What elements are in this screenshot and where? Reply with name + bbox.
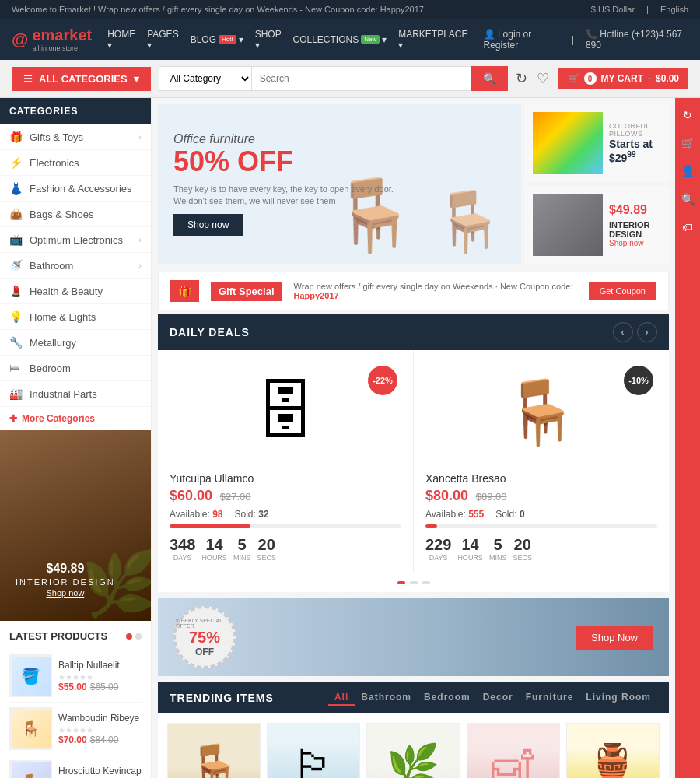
bathroom-icon: 🚿 xyxy=(9,259,23,272)
interior-title: INTERIOR DESIGN xyxy=(609,220,661,239)
electronics-icon: ⚡ xyxy=(9,156,23,169)
tab-all[interactable]: All xyxy=(328,690,355,706)
nav-home[interactable]: HOME ▾ xyxy=(107,29,135,51)
tab-bathroom[interactable]: Bathroom xyxy=(355,690,418,706)
language-selector[interactable]: English xyxy=(660,5,688,14)
nav-blog[interactable]: BLOG Hot! ▾ xyxy=(191,34,243,45)
latest-products-section: LATEST PRODUCTS 🪣 Balltip Nullaelit ★★★★… xyxy=(0,621,151,778)
chevron-icon: › xyxy=(138,261,142,270)
gifts-icon: 🎁 xyxy=(9,131,23,143)
dot[interactable] xyxy=(135,633,142,640)
interior-shop-link[interactable]: Shop now xyxy=(609,239,661,247)
dot-1[interactable] xyxy=(397,581,405,584)
hero-description: They key is to have every key, the key t… xyxy=(173,184,394,208)
tab-bedroom[interactable]: Bedroom xyxy=(418,690,477,706)
category-select[interactable]: All Category xyxy=(159,66,252,91)
nav-collections[interactable]: COLLECTIONS New ▾ xyxy=(292,34,387,45)
sidebar-metallurgy-label: Metallurgy xyxy=(30,337,76,349)
banner-shop-link[interactable]: Shop now xyxy=(16,588,115,598)
optimum-icon: 📺 xyxy=(9,233,23,246)
list-item[interactable]: 🪑 Hrosciutto Kevincap ★★★★★ $100.00 xyxy=(9,755,142,778)
sidebar-item-industrial[interactable]: 🏭Industrial Parts xyxy=(0,381,151,407)
countdown-1: 348DAYS 14HOURS 5MINS 20SECS xyxy=(170,536,401,562)
nav-shop[interactable]: SHOP ▾ xyxy=(255,29,282,51)
all-categories-button[interactable]: ☰ ALL CATEGORIES ▾ xyxy=(12,67,151,91)
right-user-icon[interactable]: 👤 xyxy=(677,160,699,182)
industrial-icon: 🏭 xyxy=(9,387,23,400)
hero-side-cards: COLORFUL PILLOWS Starts at $2999 $49.89 … xyxy=(525,104,669,264)
wishlist-icon[interactable]: ♡ xyxy=(537,70,549,87)
search-input[interactable] xyxy=(252,66,471,91)
sidebar-item-fashion[interactable]: 👗Fashion & Accessories xyxy=(0,176,151,202)
sidebar-bags-label: Bags & Shoes xyxy=(30,209,93,220)
refresh-icon[interactable]: ↻ xyxy=(516,70,527,87)
trending-card-4[interactable]: 🛋 xyxy=(467,723,560,778)
promo-shop-button[interactable]: Shop Now xyxy=(576,626,653,650)
right-icon-bar: ↻ 🛒 👤 🔍 🏷 xyxy=(675,98,700,778)
daily-deals-header: DAILY DEALS ‹ › xyxy=(158,314,669,350)
hero-subtitle: Office furniture xyxy=(173,132,394,146)
next-arrow[interactable]: › xyxy=(637,322,657,342)
search-button[interactable]: 🔍 xyxy=(471,66,508,91)
trending-card-1[interactable]: 🪑 xyxy=(167,723,261,778)
deal-sold-1: 32 xyxy=(258,509,268,520)
logo[interactable]: @ emarket all in one store xyxy=(12,26,92,52)
hero-shop-button[interactable]: Shop now xyxy=(173,214,243,236)
product-image: 🪑 xyxy=(9,707,52,750)
list-item[interactable]: 🪣 Balltip Nullaelit ★★★★★ $55.00$65.00 xyxy=(9,650,142,703)
sidebar-item-optimum[interactable]: 📺Optimum Electronics › xyxy=(0,227,151,253)
hero-side-card-interior[interactable]: $49.89 INTERIOR DESIGN Shop now xyxy=(525,186,669,264)
cart-icon: 🛒 xyxy=(568,73,579,84)
trending-card-5[interactable]: 🏺 xyxy=(566,723,660,778)
deal-badge-2: -10% xyxy=(624,366,653,395)
sidebar-item-gifts[interactable]: 🎁Gifts & Toys › xyxy=(0,124,151,150)
sidebar-item-metallurgy[interactable]: 🔧Metallurgy xyxy=(0,330,151,356)
sidebar-item-bathroom[interactable]: 🚿Bathroom › xyxy=(0,253,151,279)
deal-card-2[interactable]: 🪑 -10% Xancetta Bresao $80.00 $89.00 Ava… xyxy=(414,350,669,573)
hero-side-card-pillows[interactable]: COLORFUL PILLOWS Starts at $2999 xyxy=(525,104,669,182)
nav-pages[interactable]: PAGES ▾ xyxy=(147,29,178,51)
header: @ emarket all in one store HOME ▾ PAGES … xyxy=(0,19,700,60)
tab-furniture[interactable]: Furniture xyxy=(520,690,580,706)
dot-3[interactable] xyxy=(422,581,430,584)
deal-price-old-2: $89.00 xyxy=(476,491,507,503)
product-image: 🪑 xyxy=(9,760,52,778)
list-item[interactable]: 🪑 Wamboudin Ribeye ★★★★★ $70.00$84.00 xyxy=(9,703,142,755)
auth-link[interactable]: 👤 Login or Register xyxy=(484,29,560,51)
sidebar-optimum-label: Optimum Electronics xyxy=(30,234,123,246)
more-categories-link[interactable]: ✚ More Categories xyxy=(0,407,151,430)
chevron-icon: › xyxy=(138,132,142,142)
sidebar-item-health[interactable]: 💄Health & Beauty xyxy=(0,279,151,304)
currency-selector[interactable]: $ US Dollar xyxy=(591,5,635,14)
right-search-icon[interactable]: 🔍 xyxy=(677,188,699,210)
bedroom-icon: 🛏 xyxy=(9,362,23,374)
sidebar-item-bedroom[interactable]: 🛏Bedroom xyxy=(0,356,151,381)
banner-title: INTERIOR DESIGN xyxy=(16,577,115,587)
tab-living-room[interactable]: Living Room xyxy=(579,690,657,706)
dot-2[interactable] xyxy=(410,581,418,584)
gift-text: Wrap new offers / gift every single day … xyxy=(294,282,577,300)
trending-card-2[interactable]: 🏳 xyxy=(267,723,360,778)
deal-name-1: Yutculpa Ullamco xyxy=(170,472,401,485)
pillows-label: COLORFUL PILLOWS xyxy=(609,122,661,138)
hero-text: Office furniture 50% OFF They key is to … xyxy=(158,117,409,251)
pillows-price: Starts at $2999 xyxy=(609,138,661,164)
sidebar-bedroom-label: Bedroom xyxy=(30,363,71,374)
right-cart-icon[interactable]: 🛒 xyxy=(677,132,699,154)
sidebar-item-home-lights[interactable]: 💡Home & Lights xyxy=(0,304,151,330)
prev-arrow[interactable]: ‹ xyxy=(613,322,633,342)
tab-decor[interactable]: Decor xyxy=(477,690,520,706)
trending-card-3[interactable]: 🌿 xyxy=(366,723,460,778)
right-refresh-icon[interactable]: ↻ xyxy=(678,104,697,126)
deal-card-1[interactable]: 🗄 -22% Yutculpa Ullamco $60.00 $27.00 Av… xyxy=(158,350,414,573)
trending-grid: 🪑 🏳 🌿 🛋 xyxy=(158,713,669,778)
sidebar-item-bags[interactable]: 👜Bags & Shoes xyxy=(0,202,151,227)
right-tag-icon[interactable]: 🏷 xyxy=(677,216,698,238)
get-coupon-button[interactable]: Get Coupon xyxy=(589,282,656,300)
cart-button[interactable]: 🛒 0 MY CART -$0.00 xyxy=(558,68,688,89)
blog-badge: Hot! xyxy=(219,35,236,44)
nav-marketplace[interactable]: MARKETPLACE ▾ xyxy=(398,29,467,51)
hero-banner: 🪑 🪑 Office furniture 50% OFF They key is… xyxy=(158,104,521,264)
sidebar-item-electronics[interactable]: ⚡Electronics xyxy=(0,150,151,176)
dot-active[interactable] xyxy=(126,633,132,640)
